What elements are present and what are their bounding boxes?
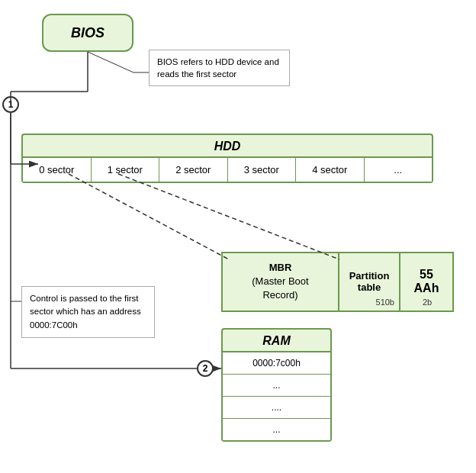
ram-row-1: 0000:7c00h <box>223 352 330 375</box>
bios-label: BIOS <box>71 25 105 41</box>
bios-box: BIOS <box>42 14 133 52</box>
size-2: 2b <box>400 298 454 307</box>
hdd-sector-3: 3 sector <box>228 158 297 182</box>
hdd-sector-2: 2 sector <box>159 158 228 182</box>
size-510: 510b <box>221 298 400 307</box>
partition-label: Partition table <box>346 270 393 293</box>
hdd-title: HDD <box>23 135 432 156</box>
ram-title: RAM <box>223 330 330 351</box>
ram-row-4: ... <box>223 419 330 440</box>
hdd-sector-4: 4 sector <box>296 158 365 182</box>
hdd-container: HDD 0 sector 1 sector 2 sector 3 sector … <box>21 134 433 183</box>
callout-bottom: Control is passed to the first sector wh… <box>21 286 155 338</box>
hdd-sector-1: 1 sector <box>92 158 160 182</box>
signature-label: 55 AAh <box>408 268 445 295</box>
callout-top-text: BIOS refers to HDD device and reads the … <box>157 57 279 79</box>
hdd-sector-0: 0 sector <box>23 158 92 182</box>
svg-line-6 <box>88 52 133 72</box>
ram-container: RAM 0000:7c00h ... .... ... <box>221 328 332 442</box>
ram-rows: 0000:7c00h ... .... ... <box>223 351 330 440</box>
marker-one: 1 <box>2 96 19 113</box>
hdd-sectors: 0 sector 1 sector 2 sector 3 sector 4 se… <box>23 156 432 182</box>
size-labels: 510b 2b <box>221 298 454 307</box>
svg-line-9 <box>69 174 229 259</box>
callout-bottom-text: Control is passed to the first sector wh… <box>30 294 141 330</box>
mbr-title: MBR <box>233 261 327 275</box>
hdd-sector-dots: ... <box>365 158 433 182</box>
svg-line-10 <box>118 174 339 259</box>
marker-two: 2 <box>197 360 214 377</box>
ram-row-3: .... <box>223 397 330 419</box>
ram-row-2: ... <box>223 375 330 397</box>
callout-top: BIOS refers to HDD device and reads the … <box>149 50 290 86</box>
diagram-container: BIOS BIOS refers to HDD device and reads… <box>0 0 476 473</box>
